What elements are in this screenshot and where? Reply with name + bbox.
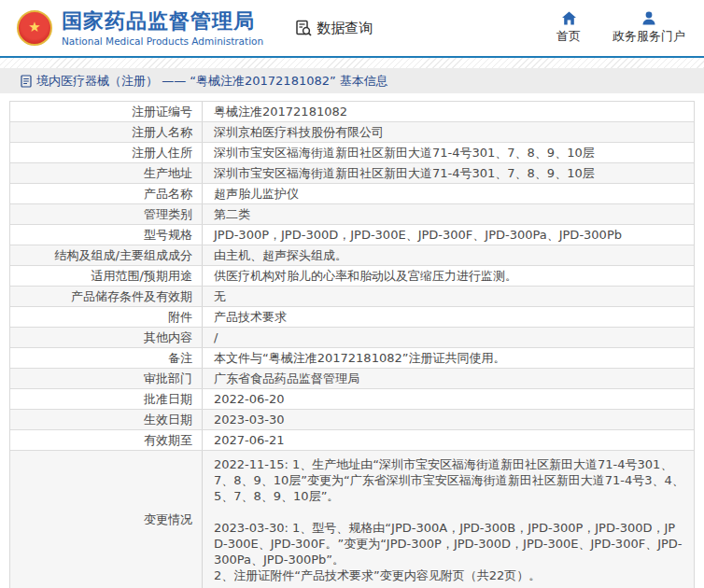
table-row: 适用范围/预期用途 供医疗机构对胎儿的心率和胎动以及宫缩压力进行监测。 <box>10 266 694 287</box>
table-row: 管理类别 第二类 <box>10 204 694 225</box>
table-row: 附件 产品技术要求 <box>10 307 694 328</box>
field-label: 管理类别 <box>10 204 202 224</box>
field-label: 生产地址 <box>10 163 202 183</box>
user-icon <box>641 11 656 25</box>
table-row: 生效日期 2023-03-30 <box>10 410 694 430</box>
field-label: 适用范围/预期用途 <box>10 266 202 286</box>
data-query-nav[interactable]: 数据查询 <box>295 20 373 37</box>
field-value: 2022-06-20 <box>202 389 694 409</box>
table-row: 注册人名称 深圳京柏医疗科技股份有限公司 <box>10 122 694 143</box>
field-value: 广东省食品药品监督管理局 <box>202 369 694 388</box>
field-label: 其他内容 <box>10 328 202 347</box>
nav-home-label: 首页 <box>556 28 581 45</box>
field-value: 深圳市宝安区福海街道新田社区新田大道71-4号301、7、8、9、10层 <box>202 143 694 162</box>
site-header: ★ 国家药品监督管理局 National Medical Products Ad… <box>0 0 704 56</box>
registration-info-table: 注册证编号 粤械注准20172181082 注册人名称 深圳京柏医疗科技股份有限… <box>9 101 695 588</box>
table-row: 生产地址 深圳市宝安区福海街道新田社区新田大道71-4号301、7、8、9、10… <box>10 163 694 184</box>
table-row-change-history: 变更情况 2022-11-15: 1、生产地址由“深圳市宝安区福海街道新田社区新… <box>10 451 694 588</box>
org-name-cn: 国家药品监督管理局 <box>62 9 263 33</box>
field-value: 第二类 <box>202 204 694 224</box>
table-row: 批准日期 2022-06-20 <box>10 389 694 410</box>
field-value: 超声胎儿监护仪 <box>202 184 694 203</box>
table-row: 审批部门 广东省食品药品监督管理局 <box>10 369 694 389</box>
field-value: 由主机、超声探头组成。 <box>202 245 694 265</box>
field-label: 注册人名称 <box>10 122 202 142</box>
field-label: 变更情况 <box>10 451 202 588</box>
field-label: 有效期至 <box>10 430 202 450</box>
header-nav: 首页 政务服务门户 <box>556 11 685 45</box>
field-label: 备注 <box>10 348 202 368</box>
table-row: 结构及组成/主要组成成分 由主机、超声探头组成。 <box>10 245 694 266</box>
field-value: 2022-11-15: 1、生产地址由“深圳市宝安区福海街道新田社区新田大道71… <box>202 451 694 588</box>
field-value: 深圳市宝安区福海街道新田社区新田大道71-4号301、7、8、9、10层 <box>202 163 694 183</box>
breadcrumb: 境内医疗器械（注册） —— “粤械注准20172181082” 基本信息 <box>0 68 704 93</box>
field-value: 粤械注准20172181082 <box>202 102 694 121</box>
field-label: 结构及组成/主要组成成分 <box>10 245 202 265</box>
field-value: JPD-300P，JPD-300D，JPD-300E、JPD-300F、JPD-… <box>202 225 694 245</box>
hatch-strip <box>0 58 704 68</box>
field-label: 附件 <box>10 307 202 327</box>
national-emblem-icon: ★ <box>17 10 52 46</box>
document-search-icon <box>295 20 313 37</box>
breadcrumb-text: 境内医疗器械（注册） —— “粤械注准20172181082” 基本信息 <box>36 73 388 90</box>
org-name-en: National Medical Products Administration <box>62 35 263 47</box>
nav-item-home[interactable]: 首页 <box>556 11 581 45</box>
field-value: 产品技术要求 <box>202 307 694 327</box>
field-label: 产品储存条件及有效期 <box>10 287 202 306</box>
field-label: 批准日期 <box>10 389 202 409</box>
table-row: 产品储存条件及有效期 无 <box>10 287 694 307</box>
table-row: 注册人住所 深圳市宝安区福海街道新田社区新田大道71-4号301、7、8、9、1… <box>10 143 694 163</box>
document-icon <box>21 75 32 88</box>
field-value: 无 <box>202 287 694 306</box>
nav-portal-label: 政务服务门户 <box>612 28 685 45</box>
field-label: 注册证编号 <box>10 102 202 121</box>
field-value: 供医疗机构对胎儿的心率和胎动以及宫缩压力进行监测。 <box>202 266 694 286</box>
field-value: 本文件与“粤械注准20172181082”注册证共同使用。 <box>202 348 694 368</box>
org-title-block: 国家药品监督管理局 National Medical Products Admi… <box>62 9 263 46</box>
table-row: 产品名称 超声胎儿监护仪 <box>10 184 694 204</box>
star-icon: ★ <box>28 21 40 35</box>
home-icon <box>561 11 577 25</box>
nav-item-portal[interactable]: 政务服务门户 <box>612 11 685 45</box>
table-row: 有效期至 2027-06-21 <box>10 430 694 451</box>
data-query-label: 数据查询 <box>317 20 373 37</box>
table-row: 其他内容 / <box>10 328 694 348</box>
field-label: 注册人住所 <box>10 143 202 162</box>
field-label: 审批部门 <box>10 369 202 388</box>
field-value: 深圳京柏医疗科技股份有限公司 <box>202 122 694 142</box>
field-label: 生效日期 <box>10 410 202 429</box>
table-row: 型号规格 JPD-300P，JPD-300D，JPD-300E、JPD-300F… <box>10 225 694 245</box>
field-label: 型号规格 <box>10 225 202 245</box>
table-row: 注册证编号 粤械注准20172181082 <box>10 102 694 122</box>
field-label: 产品名称 <box>10 184 202 203</box>
field-value: / <box>202 328 694 347</box>
field-value: 2027-06-21 <box>202 430 694 450</box>
table-row: 备注 本文件与“粤械注准20172181082”注册证共同使用。 <box>10 348 694 369</box>
field-value: 2023-03-30 <box>202 410 694 429</box>
